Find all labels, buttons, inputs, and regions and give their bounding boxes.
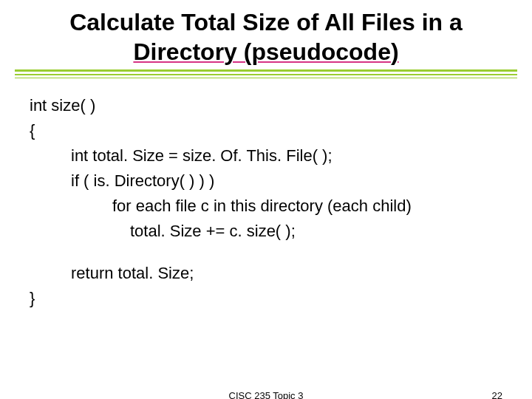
code-line: total. Size += c. size( ); — [30, 219, 502, 244]
code-line: int total. Size = size. Of. This. File( … — [30, 143, 502, 168]
code-line: if ( is. Directory( ) ) ) — [30, 168, 502, 194]
slide-title: Calculate Total Size of All Files in a D… — [0, 0, 532, 66]
title-line-1: Calculate Total Size of All Files in a — [69, 9, 463, 35]
page-number: 22 — [492, 390, 502, 399]
code-line: int size( ) — [30, 93, 502, 118]
divider-lines — [15, 69, 517, 78]
code-line: return total. Size; — [30, 261, 502, 286]
pseudocode-block: int size( ) { int total. Size = size. Of… — [0, 78, 532, 311]
code-line: for each file c in this directory (each … — [30, 194, 502, 219]
code-line: { — [30, 118, 502, 143]
title-line-2: Directory (pseudocode) — [133, 38, 398, 65]
code-line: } — [30, 286, 502, 311]
footer-center: CISC 235 Topic 3 — [0, 390, 532, 399]
